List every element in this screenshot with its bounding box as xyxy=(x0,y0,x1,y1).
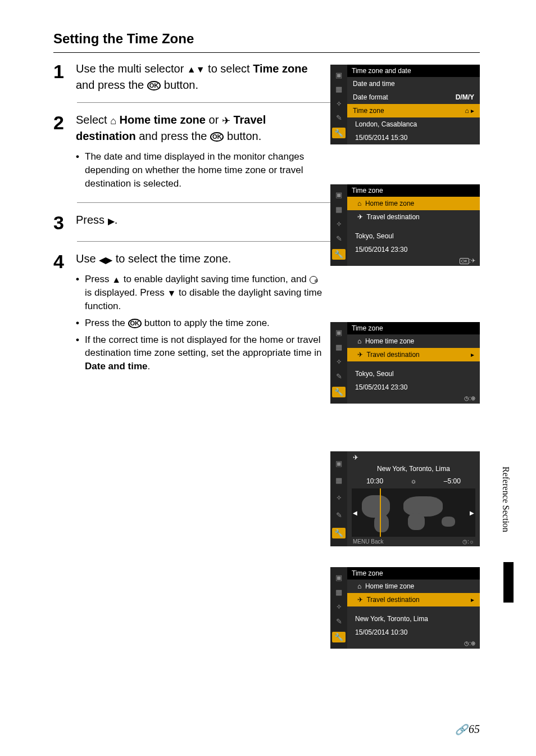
retouch-icon: ✎ xyxy=(336,511,342,519)
label: ⌂ Home time zone xyxy=(357,200,414,207)
text: Use xyxy=(76,252,99,265)
dst-icon: ☼ xyxy=(469,538,474,545)
home-icon: ⌂ xyxy=(357,200,365,207)
ok-icon: OK xyxy=(210,132,224,142)
up-triangle-icon: ▲ xyxy=(112,274,121,286)
text: . xyxy=(147,361,150,372)
screen-footer: MENU Back ◷:☼ xyxy=(347,537,480,546)
map-time-row: 10:30 ☼ –5:00 xyxy=(347,476,480,488)
step-number: 3 xyxy=(53,212,76,232)
section-title: Setting the Time Zone xyxy=(53,31,480,47)
camera-screen-4b: ▣▦⟡✎🔧 Time zone ⌂ Home time zone ✈ Trave… xyxy=(330,567,480,649)
menu-row-date-format[interactable]: Date formatD/M/Y xyxy=(347,90,480,104)
screen-title: Time zone and date xyxy=(347,65,480,77)
text: Select xyxy=(76,114,110,126)
time-value: 10:30 xyxy=(366,477,383,485)
camera-mode-icon: ▣ xyxy=(335,459,342,468)
text: button. xyxy=(161,79,198,91)
camera-mode-icon: ▣ xyxy=(335,573,342,582)
reference-link-icon: 🔗 xyxy=(455,724,467,735)
step-4-text: Use ◀▶ to select the time zone. xyxy=(76,251,322,267)
continent-shape xyxy=(403,496,443,517)
text: and press the xyxy=(136,130,210,142)
side-tab xyxy=(503,562,514,603)
camera-screen-4a: ▣▦⟡✎🔧 ✈ New York, Toronto, Lima 10:30 ☼ … xyxy=(330,451,480,546)
wifi-icon: ⟡ xyxy=(337,99,342,108)
offset-value: –5:00 xyxy=(444,477,461,485)
text: Travel destination xyxy=(366,596,419,604)
step-2-bullet-1: The date and time displayed in the monit… xyxy=(76,150,322,190)
step-number: 4 xyxy=(53,251,76,271)
dst-icon: ☼ xyxy=(411,477,417,485)
movie-mode-icon: ▦ xyxy=(335,588,342,596)
continent-shape xyxy=(362,495,390,518)
screen-footer: ◷:⊕ xyxy=(347,394,480,404)
menu-back-icon: MENU xyxy=(353,538,369,545)
screen-title: Time zone xyxy=(347,567,480,580)
ok-icon: OK xyxy=(147,81,161,90)
label: Date format xyxy=(353,93,388,101)
value: D/M/Y xyxy=(456,93,474,101)
down-triangle-icon: ▼ xyxy=(196,63,205,76)
text: or xyxy=(206,114,222,126)
world-map[interactable] xyxy=(352,488,475,537)
menu-row-date-time[interactable]: Date and time xyxy=(347,77,480,90)
plane-icon: ✈ xyxy=(347,451,480,461)
text: Home time zone xyxy=(365,200,414,207)
tz-line xyxy=(380,488,381,537)
right-arrow-icon: ▸ xyxy=(471,596,474,604)
step-2-text: Select ⌂ Home time zone or ✈ Travel dest… xyxy=(76,112,322,144)
label: Date and time xyxy=(353,80,395,88)
clock-icon: ◷ xyxy=(462,538,467,545)
step-4: 4 Use ◀▶ to select the time zone. Press … xyxy=(53,251,480,377)
menu-row-home-tz[interactable]: ⌂ Home time zone xyxy=(347,580,480,593)
page-footer: 🔗65 xyxy=(455,723,480,736)
movie-mode-icon: ▦ xyxy=(335,476,342,485)
clock-icon: ◷ xyxy=(464,640,469,646)
plane-icon: ✈ xyxy=(222,114,230,128)
globe-icon: ⊕ xyxy=(471,395,475,401)
camera-mode-icon: ▣ xyxy=(335,191,342,199)
retouch-icon: ✎ xyxy=(336,617,342,626)
text: Press the xyxy=(85,318,128,328)
home-icon: ⌂ xyxy=(110,114,116,128)
text: and press the xyxy=(76,79,147,91)
divider xyxy=(53,52,480,53)
dst-icon xyxy=(310,276,317,284)
datetime-text: 15/05/2014 10:30 xyxy=(347,626,480,639)
step-4-bullet-1: Press ▲ to enable daylight saving time f… xyxy=(76,273,322,313)
right-triangle-icon: ▶ xyxy=(108,215,115,228)
continent-shape xyxy=(442,517,455,527)
wrench-icon: 🔧 xyxy=(332,387,346,397)
camera-mode-icon: ▣ xyxy=(335,71,342,79)
menu-row-home-tz[interactable]: ⌂ Home time zone xyxy=(347,197,480,210)
retouch-icon: ✎ xyxy=(336,234,342,243)
continent-shape xyxy=(374,514,389,532)
ok-icon: OK xyxy=(128,319,142,328)
step-2: 2 Select ⌂ Home time zone or ✈ Travel de… xyxy=(53,112,480,193)
menu-row-travel-dest[interactable]: ✈ Travel destination▸ xyxy=(347,593,480,606)
plane-icon: ✈ xyxy=(357,596,366,604)
text: Use the multi selector xyxy=(76,62,187,75)
up-triangle-icon: ▲ xyxy=(187,63,196,76)
wrench-icon: 🔧 xyxy=(332,528,346,538)
text: If the correct time is not displayed for… xyxy=(85,334,321,359)
clock-icon: ◷ xyxy=(464,395,469,401)
wifi-icon: ⟡ xyxy=(337,602,342,611)
text: button. xyxy=(224,130,261,142)
text: . xyxy=(115,214,118,226)
text: to enable daylight saving time function,… xyxy=(121,274,310,284)
globe-icon: ⊕ xyxy=(471,640,475,646)
page-number: 65 xyxy=(469,723,480,735)
location-text: New York, Toronto, Lima xyxy=(347,612,480,626)
label: ✈ Travel destination xyxy=(357,596,420,604)
step-4-bullet-2: Press the OK button to apply the time zo… xyxy=(76,316,322,330)
datetime-text: 15/05/2014 23:30 xyxy=(347,381,480,394)
spacer xyxy=(347,606,480,612)
home-icon: ⌂ xyxy=(357,582,365,590)
text: Press xyxy=(76,214,108,226)
label: ⌂ Home time zone xyxy=(357,582,414,590)
step-number: 2 xyxy=(53,112,76,132)
down-triangle-icon: ▼ xyxy=(167,287,176,300)
screen-sidebar: ▣▦⟡✎🔧 xyxy=(330,451,347,546)
